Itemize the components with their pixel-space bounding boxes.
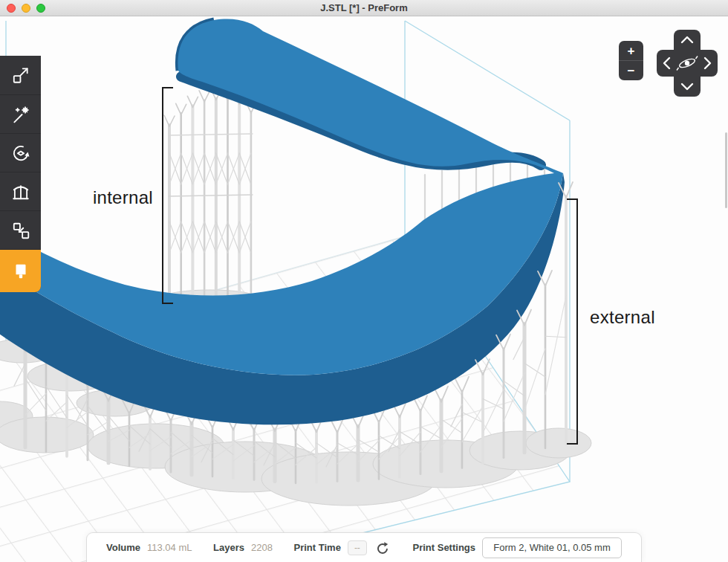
zoom-in-button[interactable]: + xyxy=(619,41,643,60)
tool-one-click-print-button[interactable] xyxy=(0,94,41,133)
volume-stat: Volume 113.04 mL xyxy=(106,542,192,553)
print-cartridge-icon xyxy=(11,262,30,281)
layers-stat: Layers 2208 xyxy=(213,542,273,553)
tool-orientation-button[interactable] xyxy=(0,133,41,172)
print-time-stat: Print Time -- xyxy=(294,539,391,557)
external-bracket xyxy=(567,199,577,444)
tool-layout-button[interactable] xyxy=(0,210,41,249)
print-settings-dropdown[interactable]: Form 2, White 01, 0.05 mm xyxy=(482,537,622,558)
print-settings-label: Print Settings xyxy=(412,542,475,553)
print-time-value: -- xyxy=(348,540,367,555)
print-time-label: Print Time xyxy=(294,542,341,553)
minimize-window-button[interactable] xyxy=(22,4,30,13)
layers-value: 2208 xyxy=(251,542,273,553)
zoom-out-button[interactable]: − xyxy=(619,60,643,80)
print-button[interactable] xyxy=(0,249,41,292)
zoom-window-button[interactable] xyxy=(36,4,45,13)
window-title: J.STL [*] - PreForm xyxy=(0,2,728,13)
close-window-button[interactable] xyxy=(7,4,16,13)
magic-wand-icon xyxy=(11,105,30,124)
tool-supports-button[interactable] xyxy=(0,172,41,210)
annotation-internal: internal xyxy=(74,187,153,208)
volume-value: 113.04 mL xyxy=(147,542,192,553)
status-bar: Volume 113.04 mL Layers 2208 Print Time … xyxy=(86,532,642,562)
view-navigation-pad xyxy=(657,30,718,97)
annotation-external: external xyxy=(590,307,655,328)
viewport-3d[interactable] xyxy=(0,16,728,562)
supports-icon xyxy=(11,182,30,201)
titlebar: J.STL [*] - PreForm xyxy=(0,0,728,16)
supports-internal xyxy=(164,88,256,300)
refresh-print-time-button[interactable] xyxy=(374,539,391,557)
tool-sidebar xyxy=(0,56,41,292)
window-controls xyxy=(7,4,45,13)
build-scene xyxy=(0,16,728,562)
tool-size-button[interactable] xyxy=(0,56,41,94)
scrollbar-thumb[interactable] xyxy=(725,132,727,208)
refresh-icon xyxy=(375,540,390,555)
volume-label: Volume xyxy=(106,542,140,553)
zoom-panel: + − xyxy=(619,41,643,80)
preform-window: J.STL [*] - PreForm xyxy=(0,0,728,562)
print-settings-stat: Print Settings Form 2, White 01, 0.05 mm xyxy=(412,537,622,558)
layout-icon xyxy=(11,221,30,240)
scale-icon xyxy=(11,65,30,85)
layers-label: Layers xyxy=(213,542,244,553)
rotate-icon xyxy=(11,143,30,163)
